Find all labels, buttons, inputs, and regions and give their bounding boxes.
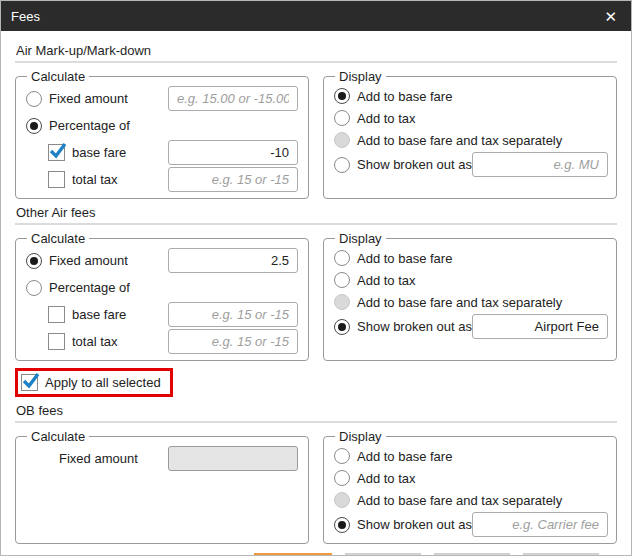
air-fixed-amount-input[interactable] bbox=[168, 86, 298, 111]
air-total-tax-checkbox[interactable] bbox=[48, 171, 65, 188]
air-percentage-label: Percentage of bbox=[49, 118, 130, 133]
check-icon bbox=[47, 140, 68, 161]
ob-fees-section-title: OB fees bbox=[16, 403, 617, 418]
air-show-broken-radio[interactable] bbox=[334, 157, 350, 173]
other-percentage-radio[interactable] bbox=[26, 280, 42, 296]
other-calculate-legend: Calculate bbox=[27, 231, 89, 246]
other-air-section-title: Other Air fees bbox=[16, 205, 617, 220]
other-total-tax-checkbox[interactable] bbox=[48, 333, 65, 350]
fees-dialog: Fees ✕ Air Mark-up/Mark-down Calculate F… bbox=[0, 0, 632, 556]
other-air-groups: Calculate Fixed amount Percentage of bas bbox=[15, 231, 617, 361]
other-calculate-group: Calculate Fixed amount Percentage of bas bbox=[15, 231, 309, 361]
air-calculate-legend: Calculate bbox=[27, 69, 89, 84]
ob-add-separately-radio bbox=[334, 492, 350, 508]
apply-all-checkbox[interactable] bbox=[21, 374, 38, 391]
other-total-tax-label: total tax bbox=[72, 334, 118, 349]
air-fixed-amount-radio[interactable] bbox=[26, 91, 42, 107]
ob-show-broken-radio[interactable] bbox=[334, 517, 350, 533]
other-display-group: Display Add to base fare Add to tax Add … bbox=[323, 231, 617, 361]
air-show-broken-input[interactable] bbox=[472, 152, 608, 177]
air-base-fare-input[interactable] bbox=[168, 140, 298, 165]
section-divider bbox=[15, 61, 617, 63]
air-show-broken-label: Show broken out as bbox=[357, 157, 472, 172]
air-total-tax-input[interactable] bbox=[168, 167, 298, 192]
section-divider bbox=[15, 421, 617, 423]
other-add-tax-label: Add to tax bbox=[357, 273, 416, 288]
window-title: Fees bbox=[11, 9, 604, 24]
air-add-separately-radio bbox=[334, 132, 350, 148]
ob-add-base-label: Add to base fare bbox=[357, 449, 452, 464]
ob-add-base-radio[interactable] bbox=[334, 448, 350, 464]
air-markup-section-title: Air Mark-up/Mark-down bbox=[16, 43, 617, 58]
ob-display-legend: Display bbox=[335, 429, 386, 444]
check-icon bbox=[20, 370, 41, 391]
apply-all-row: Apply to all selected bbox=[15, 368, 617, 397]
footer-button-row: APPLY RESET CLEAR CLOSE bbox=[1, 548, 631, 556]
air-display-group: Display Add to base fare Add to tax Add … bbox=[323, 69, 617, 199]
ob-show-broken-input[interactable] bbox=[472, 512, 608, 537]
other-fixed-amount-input[interactable] bbox=[168, 248, 298, 273]
other-fixed-amount-label: Fixed amount bbox=[49, 253, 128, 268]
other-base-fare-label: base fare bbox=[72, 307, 126, 322]
air-fixed-amount-label: Fixed amount bbox=[49, 91, 128, 106]
title-bar: Fees ✕ bbox=[1, 1, 631, 31]
other-fixed-amount-radio[interactable] bbox=[26, 253, 42, 269]
air-percentage-radio[interactable] bbox=[26, 118, 42, 134]
ob-fixed-amount-input bbox=[168, 446, 298, 471]
other-percentage-label: Percentage of bbox=[49, 280, 130, 295]
air-add-tax-label: Add to tax bbox=[357, 111, 416, 126]
other-add-base-label: Add to base fare bbox=[357, 251, 452, 266]
ob-fees-groups: Calculate Fixed amount Display Add to ba… bbox=[15, 429, 617, 544]
section-divider bbox=[15, 223, 617, 225]
ob-calculate-legend: Calculate bbox=[27, 429, 89, 444]
other-total-tax-input[interactable] bbox=[168, 329, 298, 354]
air-add-tax-radio[interactable] bbox=[334, 110, 350, 126]
other-display-legend: Display bbox=[335, 231, 386, 246]
air-add-base-label: Add to base fare bbox=[357, 89, 452, 104]
ob-show-broken-label: Show broken out as bbox=[357, 517, 472, 532]
other-add-tax-radio[interactable] bbox=[334, 272, 350, 288]
other-add-base-radio[interactable] bbox=[334, 250, 350, 266]
ob-add-tax-radio[interactable] bbox=[334, 470, 350, 486]
other-show-broken-radio[interactable] bbox=[334, 319, 350, 335]
other-show-broken-input[interactable] bbox=[472, 314, 608, 339]
close-icon[interactable]: ✕ bbox=[604, 9, 617, 24]
air-markup-groups: Calculate Fixed amount Percentage of bbox=[15, 69, 617, 199]
other-show-broken-label: Show broken out as bbox=[357, 319, 472, 334]
other-base-fare-checkbox[interactable] bbox=[48, 306, 65, 323]
air-add-separately-label: Add to base fare and tax separately bbox=[357, 133, 562, 148]
air-calculate-group: Calculate Fixed amount Percentage of bbox=[15, 69, 309, 199]
air-total-tax-label: total tax bbox=[72, 172, 118, 187]
ob-add-separately-label: Add to base fare and tax separately bbox=[357, 493, 562, 508]
ob-display-group: Display Add to base fare Add to tax Add … bbox=[323, 429, 617, 544]
air-add-base-radio[interactable] bbox=[334, 88, 350, 104]
air-base-fare-checkbox[interactable] bbox=[48, 144, 65, 161]
air-display-legend: Display bbox=[335, 69, 386, 84]
highlight-red-box: Apply to all selected bbox=[15, 368, 173, 397]
air-base-fare-label: base fare bbox=[72, 145, 126, 160]
other-add-separately-label: Add to base fare and tax separately bbox=[357, 295, 562, 310]
other-base-fare-input[interactable] bbox=[168, 302, 298, 327]
dialog-body: Air Mark-up/Mark-down Calculate Fixed am… bbox=[1, 31, 631, 548]
other-add-separately-radio bbox=[334, 294, 350, 310]
ob-add-tax-label: Add to tax bbox=[357, 471, 416, 486]
ob-calculate-group: Calculate Fixed amount bbox=[15, 429, 309, 544]
ob-fixed-amount-label: Fixed amount bbox=[59, 451, 138, 466]
apply-all-label: Apply to all selected bbox=[45, 375, 161, 390]
